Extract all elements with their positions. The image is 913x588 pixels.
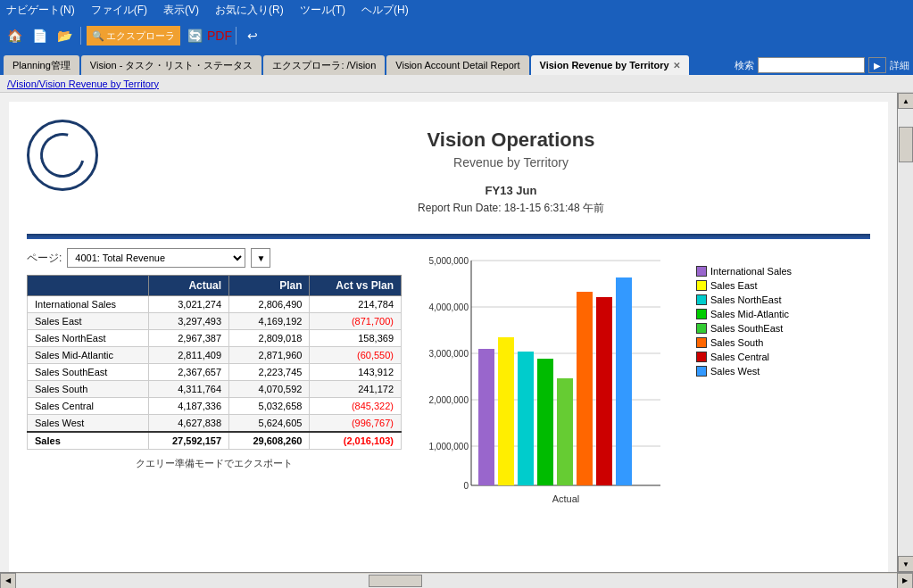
svg-text:5,000,000: 5,000,000: [429, 256, 469, 266]
open-button[interactable]: 📂: [54, 25, 75, 46]
total-actvsplan: (2,016,103): [310, 432, 402, 450]
menu-tools[interactable]: ツール(T): [297, 2, 348, 19]
menu-file[interactable]: ファイル(F): [88, 2, 150, 19]
bar-salessouth: [577, 292, 593, 485]
search-button[interactable]: ▶: [868, 57, 886, 73]
home-button[interactable]: 🏠: [4, 25, 25, 46]
table-row: Sales SouthEast 2,367,657 2,223,745 143,…: [28, 364, 402, 381]
scroll-thumb[interactable]: [899, 127, 913, 162]
hscroll-right-button[interactable]: ▶: [897, 573, 913, 589]
total-plan: 29,608,260: [229, 432, 310, 450]
table-row: Sales Mid-Atlantic 2,811,409 2,871,960 (…: [28, 347, 402, 364]
legend-item: Sales Central: [696, 352, 792, 362]
refresh-button[interactable]: 🔄: [184, 25, 205, 46]
tab-revenue-territory[interactable]: Vision Revenue by Territory ✕: [531, 55, 689, 75]
data-table: Actual Plan Act vs Plan International Sa…: [27, 275, 402, 450]
legend-color-swatch: [696, 294, 707, 305]
page-select[interactable]: 4001: Total Revenue: [67, 248, 245, 268]
legend-item: Sales SouthEast: [696, 323, 792, 334]
legend-label: International Sales: [710, 266, 792, 277]
bottom-scrollbar: ◀ ▶: [0, 572, 913, 588]
cell-name: Sales SouthEast: [28, 364, 149, 381]
svg-text:2,000,000: 2,000,000: [429, 395, 469, 405]
legend-item: International Sales: [696, 266, 792, 277]
cell-actvsplan: (845,322): [310, 398, 402, 415]
legend-label: Sales Central: [710, 352, 769, 362]
hscroll-left-button[interactable]: ◀: [0, 573, 16, 589]
toolbar-separator-1: [80, 27, 81, 45]
explorer-button[interactable]: 🔍 エクスプローラ: [87, 26, 180, 46]
table-row: Sales South 4,311,764 4,070,592 241,172: [28, 381, 402, 398]
report-subtitle: Revenue by Territory: [152, 155, 870, 170]
scroll-down-button[interactable]: ▼: [898, 556, 913, 572]
bar-saleseast: [498, 337, 514, 485]
report-content: Vision Operations Revenue by Territory F…: [9, 102, 888, 572]
table-section: ページ: 4001: Total Revenue ▼ Actual Pla: [27, 248, 402, 498]
cell-actvsplan: (60,550): [310, 347, 402, 364]
legend-color-swatch: [696, 337, 707, 348]
pdf-button[interactable]: PDF: [209, 25, 230, 46]
tab-account-detail[interactable]: Vision Account Detail Report: [386, 55, 528, 75]
bar-salescentral: [596, 297, 612, 485]
cell-actual: 2,367,657: [148, 364, 228, 381]
col-header-actvplan: Act vs Plan: [310, 276, 402, 296]
scroll-track: [898, 109, 913, 556]
toolbar-separator-2: [236, 27, 237, 45]
menu-view[interactable]: 表示(V): [161, 2, 202, 19]
report-period: FY13 Jun: [152, 184, 870, 197]
scroll-up-button[interactable]: ▲: [898, 93, 913, 109]
legend-color-swatch: [696, 366, 707, 377]
menu-navigate[interactable]: ナビゲート(N): [4, 2, 78, 19]
hscroll-track: [16, 574, 897, 588]
breadcrumb-bar: /Vision/Vision Revenue by Territory: [0, 75, 913, 93]
page-select-dropdown-btn[interactable]: ▼: [251, 248, 270, 268]
chart-legend: International Sales Sales East Sales Nor…: [696, 248, 792, 380]
cell-actual: 3,021,274: [148, 296, 228, 313]
tab-vision-task-label: Vision - タスク・リスト・ステータス: [90, 59, 253, 72]
main-area: Vision Operations Revenue by Territory F…: [0, 93, 913, 572]
hscroll-thumb[interactable]: [369, 575, 422, 587]
tab-planning[interactable]: Planning管理: [4, 55, 79, 75]
cell-plan: 2,809,018: [229, 330, 310, 347]
back-button[interactable]: ↩: [242, 25, 263, 46]
table-header-row: Actual Plan Act vs Plan: [28, 276, 402, 296]
cell-plan: 2,223,745: [229, 364, 310, 381]
page-label: ページ:: [27, 251, 62, 266]
legend-item: Sales West: [696, 366, 792, 377]
page-selector: ページ: 4001: Total Revenue ▼: [27, 248, 402, 268]
detail-button[interactable]: 詳細: [890, 59, 909, 72]
explorer-label: エクスプローラ: [106, 29, 175, 43]
cell-plan: 5,624,605: [229, 415, 310, 433]
svg-text:4,000,000: 4,000,000: [429, 302, 469, 312]
legend-color-swatch: [696, 280, 707, 291]
right-scrollbar: ▲ ▼: [897, 93, 913, 572]
new-button[interactable]: 📄: [29, 25, 50, 46]
chart-with-legend: 5,000,000 4,000,000 3,000,000 2,000,000 …: [419, 248, 870, 498]
tab-planning-label: Planning管理: [12, 59, 71, 72]
report-header: Vision Operations Revenue by Territory F…: [27, 120, 870, 216]
legend-color-swatch: [696, 309, 707, 319]
bar-salesnortheast: [518, 352, 534, 485]
search-input[interactable]: [758, 57, 865, 73]
menu-help[interactable]: ヘルプ(H): [359, 2, 411, 19]
menu-favorites[interactable]: お気に入り(R): [212, 2, 286, 19]
legend-label: Sales East: [710, 280, 758, 291]
chart-section: 5,000,000 4,000,000 3,000,000 2,000,000 …: [419, 248, 870, 498]
cell-name: Sales Mid-Atlantic: [28, 347, 149, 364]
cell-name: Sales South: [28, 381, 149, 398]
toolbar: 🏠 📄 📂 🔍 エクスプローラ 🔄 PDF ↩: [0, 20, 913, 52]
bar-chart: 5,000,000 4,000,000 3,000,000 2,000,000 …: [419, 248, 687, 507]
cell-actual: 3,297,493: [148, 313, 228, 330]
cell-name: Sales Central: [28, 398, 149, 415]
tab-explorer[interactable]: エクスプローラ: /Vision: [263, 55, 385, 75]
tab-close-icon[interactable]: ✕: [673, 61, 680, 70]
menu-bar: ナビゲート(N) ファイル(F) 表示(V) お気に入り(R) ツール(T) ヘ…: [0, 0, 913, 20]
legend-color-swatch: [696, 266, 707, 277]
cell-plan: 5,032,658: [229, 398, 310, 415]
cell-actvsplan: (996,767): [310, 415, 402, 433]
report-company-name: Vision Operations: [152, 128, 870, 152]
table-row: Sales West 4,627,838 5,624,605 (996,767): [28, 415, 402, 433]
cell-actvsplan: (871,700): [310, 313, 402, 330]
tab-vision-task[interactable]: Vision - タスク・リスト・ステータス: [81, 55, 262, 75]
breadcrumb[interactable]: /Vision/Vision Revenue by Territory: [7, 79, 159, 89]
